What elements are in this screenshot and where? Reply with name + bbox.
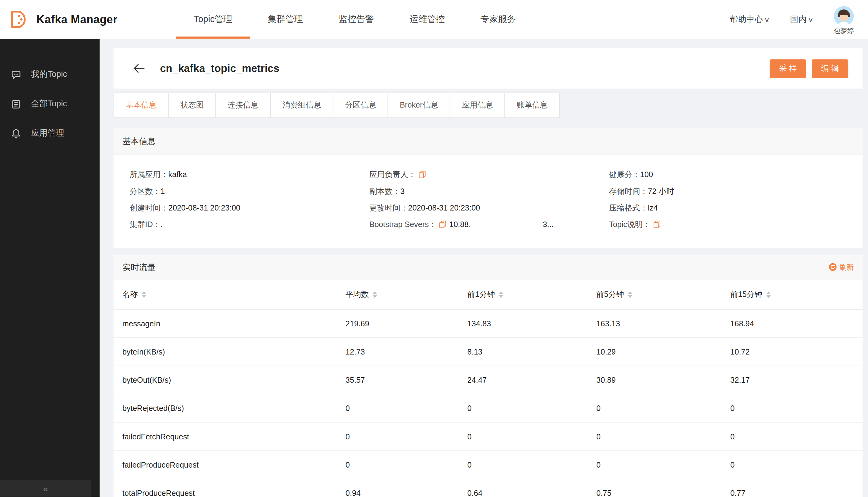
metric-value: 219.69: [346, 319, 467, 328]
field-health-score: 健康分： 100: [609, 166, 863, 183]
sidebar-collapse-button[interactable]: «: [0, 480, 91, 497]
metric-value: 0.64: [467, 488, 596, 497]
main-content: cn_kafka_topic_metrics 采 样 编 辑 基本信息 状态图 …: [100, 39, 868, 497]
table-row: totalProduceRequest 0.94 0.64 0.75 0.77: [114, 479, 863, 497]
metric-value: 24.47: [467, 376, 596, 385]
field-replica-count: 副本数： 3: [370, 183, 609, 199]
metric-value: 0: [730, 460, 863, 469]
column-header-last-1min[interactable]: 前1分钟: [467, 289, 596, 300]
metric-name: byteIn(KB/s): [122, 347, 346, 356]
sidebar-item-my-topic[interactable]: 我的Topic: [0, 60, 100, 89]
detail-tabs: 基本信息 状态图 连接信息 消费组信息 分区信息 Broker信息 应用信息 账…: [114, 93, 863, 118]
metric-value: 0: [467, 460, 596, 469]
tab-consumer-group-info[interactable]: 消费组信息: [270, 93, 333, 118]
nav-item-topic-management[interactable]: Topic管理: [176, 0, 250, 39]
table-row: failedFetchRequest 0 0 0 0: [114, 423, 863, 451]
sidebar-item-label: 全部Topic: [31, 99, 67, 109]
field-app-owner: 应用负责人：: [370, 166, 609, 183]
metric-name: failedProduceRequest: [122, 460, 346, 469]
metric-value: 163.13: [596, 319, 730, 328]
page-header: cn_kafka_topic_metrics 采 样 编 辑: [114, 48, 863, 88]
realtime-traffic-card: 实时流量 刷新 名称: [114, 255, 863, 497]
traffic-section-header: 实时流量 刷新: [114, 255, 863, 280]
table-row: byteOut(KB/s) 35.57 24.47 30.89 32.17: [114, 366, 863, 394]
user-name: 包梦婷: [834, 27, 854, 36]
table-row: byteIn(KB/s) 12.73 8.13 10.29 10.72: [114, 338, 863, 366]
basic-info-section-header: 基本信息: [114, 128, 863, 154]
sort-icon[interactable]: [142, 292, 146, 298]
chevron-down-icon: ∨: [764, 16, 770, 23]
tab-app-info[interactable]: 应用信息: [450, 93, 505, 118]
copy-icon[interactable]: [439, 221, 447, 228]
avatar: [834, 6, 854, 26]
scale-wrapper: Kafka Manager Topic管理 集群管理 监控告警 运维管控 专家服…: [0, 0, 868, 497]
field-create-time: 创建时间： 2020-08-31 20:23:00: [130, 199, 370, 216]
brand[interactable]: Kafka Manager: [0, 0, 118, 39]
sample-button[interactable]: 采 样: [770, 59, 806, 78]
metric-value: 0.75: [596, 488, 730, 497]
help-center-label: 帮助中心: [729, 14, 763, 25]
column-header-name[interactable]: 名称: [122, 289, 346, 300]
column-header-last-15min[interactable]: 前15分钟: [730, 289, 863, 300]
tab-billing-info[interactable]: 账单信息: [504, 93, 560, 118]
metric-value: 12.73: [346, 347, 467, 356]
page-title: cn_kafka_topic_metrics: [160, 62, 279, 74]
metric-value: 10.29: [596, 347, 730, 356]
metric-value: 0: [596, 404, 730, 413]
tab-basic-info[interactable]: 基本信息: [114, 93, 169, 118]
metric-value: 8.13: [467, 347, 596, 356]
metric-name: byteOut(KB/s): [122, 376, 346, 385]
metric-value: 168.94: [730, 319, 863, 328]
metric-name: messageIn: [122, 319, 346, 328]
region-menu[interactable]: 国内 ∨: [790, 14, 813, 25]
metric-value: 0: [730, 404, 863, 413]
sidebar-item-app-management[interactable]: 应用管理: [0, 118, 100, 148]
sort-icon[interactable]: [498, 292, 503, 298]
field-partition-count: 分区数： 1: [130, 183, 370, 199]
traffic-table-header: 名称 平均数 前1分钟 前5分钟 前15分钟: [114, 280, 863, 310]
tab-status-chart[interactable]: 状态图: [169, 93, 216, 118]
sidebar: 我的Topic 全部Topic 应用管理: [0, 39, 100, 497]
metric-value: 0: [730, 432, 863, 441]
nav-item-monitor-alert[interactable]: 监控告警: [321, 0, 392, 39]
metric-value: 0.94: [346, 488, 467, 497]
sort-icon[interactable]: [766, 292, 770, 298]
metric-value: 32.17: [730, 376, 863, 385]
chevron-down-icon: ∨: [808, 16, 813, 23]
clipboard-icon: [10, 98, 23, 110]
field-cluster-id: 集群ID： .: [130, 216, 370, 232]
nav-item-expert-service[interactable]: 专家服务: [463, 0, 534, 39]
user-menu[interactable]: 包梦婷: [834, 6, 854, 36]
field-topic-description: Topic说明：: [609, 216, 863, 232]
collapse-icon: «: [43, 484, 48, 493]
tab-partition-info[interactable]: 分区信息: [333, 93, 388, 118]
metric-value: 0: [596, 460, 730, 469]
sort-icon[interactable]: [373, 292, 377, 298]
bell-icon: [10, 127, 23, 139]
nav-item-ops-control[interactable]: 运维管控: [392, 0, 462, 39]
refresh-button[interactable]: 刷新: [829, 262, 854, 273]
sidebar-item-label: 应用管理: [31, 128, 64, 139]
nav-item-cluster-management[interactable]: 集群管理: [250, 0, 321, 39]
field-compression-format: 压缩格式： lz4: [609, 199, 863, 216]
metric-value: 0: [467, 404, 596, 413]
copy-icon[interactable]: [419, 171, 426, 178]
back-button[interactable]: [133, 64, 145, 73]
metric-value: 0: [346, 432, 467, 441]
sidebar-item-all-topic[interactable]: 全部Topic: [0, 89, 100, 118]
sort-icon[interactable]: [628, 292, 632, 298]
tab-connection-info[interactable]: 连接信息: [215, 93, 271, 118]
copy-icon[interactable]: [653, 221, 661, 228]
metric-value: 134.83: [467, 319, 596, 328]
metric-value: 0: [467, 432, 596, 441]
metric-value: 0: [596, 432, 730, 441]
app-window: Kafka Manager Topic管理 集群管理 监控告警 运维管控 专家服…: [0, 0, 868, 497]
metric-value: 0: [346, 404, 467, 413]
column-header-last-5min[interactable]: 前5分钟: [596, 289, 730, 300]
edit-button[interactable]: 编 辑: [812, 59, 848, 78]
help-center-menu[interactable]: 帮助中心∨: [729, 14, 769, 25]
metric-value: 0.77: [730, 488, 863, 497]
column-header-average[interactable]: 平均数: [346, 289, 467, 300]
section-title: 实时流量: [122, 262, 156, 273]
tab-broker-info[interactable]: Broker信息: [388, 93, 450, 118]
